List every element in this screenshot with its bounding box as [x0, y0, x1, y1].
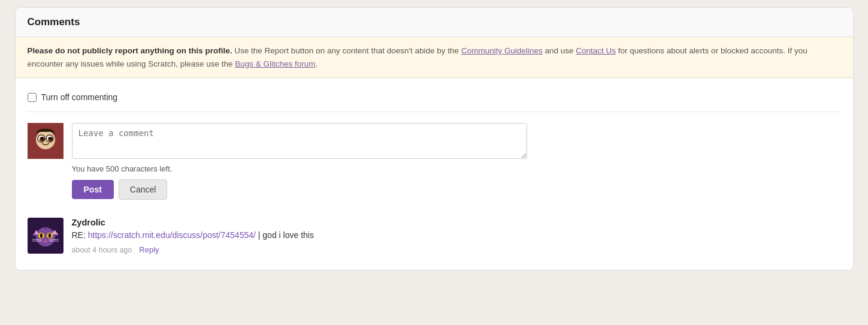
comment-text-suffix: | god i love this — [256, 230, 314, 240]
comment-link[interactable]: https://scratch.mit.edu/discuss/post/745… — [88, 230, 256, 240]
comment-button-row: Post Cancel — [72, 179, 841, 200]
comment-re-prefix: RE: — [72, 230, 88, 240]
current-user-avatar-svg — [28, 123, 63, 159]
svg-point-6 — [41, 137, 44, 140]
comment-timestamp: about 4 hours ago — [72, 246, 132, 254]
cancel-button[interactable]: Cancel — [119, 179, 168, 200]
comment-content: Zydrolic RE: https://scratch.mit.edu/dis… — [72, 218, 841, 254]
comment-textarea[interactable] — [72, 123, 527, 159]
comment-username: Zydrolic — [72, 218, 841, 227]
comment-text: RE: https://scratch.mit.edu/discuss/post… — [72, 229, 841, 242]
reply-button[interactable]: Reply — [139, 245, 159, 254]
turn-off-label[interactable]: Turn off commenting — [41, 92, 118, 102]
warning-text-end: . — [316, 59, 318, 68]
community-guidelines-link[interactable]: Community Guidelines — [461, 46, 543, 55]
warning-bold: Please do not publicly report anything o… — [28, 46, 232, 55]
svg-point-19 — [40, 233, 43, 238]
comment-input-row: You have 500 characters left. Post Cance… — [28, 123, 841, 200]
comment-meta: about 4 hours ago Reply — [72, 245, 841, 254]
comment-list: Zydrolic RE: https://scratch.mit.edu/dis… — [28, 212, 841, 260]
post-button[interactable]: Post — [72, 180, 114, 199]
warning-banner: Please do not publicly report anything o… — [16, 37, 853, 78]
char-count: You have 500 characters left. — [72, 164, 841, 173]
comment-input-section: You have 500 characters left. Post Cance… — [72, 123, 841, 200]
comments-header: Comments — [16, 8, 853, 37]
turn-off-checkbox[interactable] — [28, 93, 37, 102]
warning-text-1: Use the Report button on any content tha… — [234, 46, 461, 55]
bugs-glitches-link[interactable]: Bugs & Glitches forum — [235, 59, 315, 68]
comments-title: Comments — [28, 16, 80, 28]
zydrolic-avatar — [28, 218, 63, 254]
svg-point-20 — [49, 233, 51, 238]
comments-container: Comments Please do not publicly report a… — [15, 7, 854, 270]
turn-off-row: Turn off commenting — [28, 88, 841, 112]
warning-text-2: and use — [543, 46, 576, 55]
comments-body: Turn off commenting — [16, 78, 853, 270]
table-row: Zydrolic RE: https://scratch.mit.edu/dis… — [28, 212, 841, 260]
contact-us-link[interactable]: Contact Us — [576, 46, 616, 55]
current-user-avatar — [28, 123, 63, 159]
svg-point-7 — [50, 137, 52, 140]
zydrolic-avatar-svg — [28, 218, 63, 254]
